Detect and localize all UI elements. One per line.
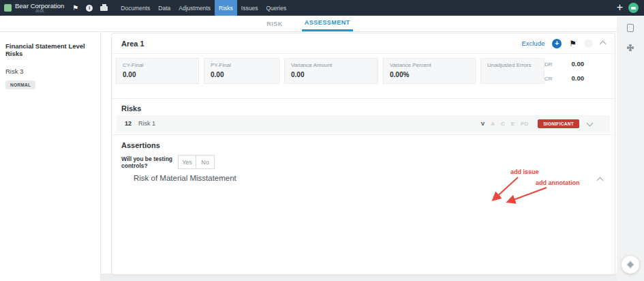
risk-item[interactable]: Risk 3 xyxy=(5,68,95,75)
add-icon[interactable]: + xyxy=(617,2,623,13)
risk-name: Risk 1 xyxy=(138,120,155,127)
tab-risk[interactable]: RISK xyxy=(264,16,286,31)
info-icon[interactable]: i xyxy=(86,5,93,12)
assertions-section: Assertions Will you be testing controls?… xyxy=(112,134,615,275)
risk-row[interactable]: 12 Risk 1 VACEPD SIGNIFICANT xyxy=(117,115,610,132)
assertions-heading: Assertions xyxy=(121,141,605,149)
assertion-letter-pd[interactable]: PD xyxy=(521,121,528,127)
stat-label: PY-Final xyxy=(211,62,273,68)
flag-icon[interactable]: ⚑ xyxy=(72,5,78,12)
user-avatar[interactable] xyxy=(628,3,639,13)
tab-assessment[interactable]: ASSESSMENT xyxy=(302,16,353,31)
area-header: Area 1 Exclude + ⚑ xyxy=(112,33,615,54)
brand-name: Bear Corporation xyxy=(15,3,64,10)
gem-icon xyxy=(626,261,634,268)
stat-value: 0.00 xyxy=(291,71,371,78)
dr-cr-block: DR 0.00 CR 0.00 xyxy=(545,60,584,82)
stat-variance-amount: Variance Amount0.00 xyxy=(284,58,378,84)
dr-value: 0.00 xyxy=(572,60,585,68)
no-button[interactable]: No xyxy=(196,155,215,169)
stat-label: Variance Percent xyxy=(390,62,469,68)
stat-label: Unadjusted Errors xyxy=(487,62,538,68)
status-badge: NORMAL xyxy=(5,80,35,89)
assertion-letter-v[interactable]: V xyxy=(481,121,485,127)
nav-item-queries[interactable]: Queries xyxy=(262,0,290,16)
stats-row: CY-Final0.00PY-Final0.00Variance Amount0… xyxy=(116,58,615,84)
stat-unadjusted-errors: Unadjusted Errors xyxy=(480,58,545,84)
assertion-letters: VACEPD xyxy=(481,121,528,127)
top-navbar: Bear Corporation 2016 ⚑ i DocumentsDataA… xyxy=(0,0,644,16)
printer-icon[interactable] xyxy=(100,6,108,11)
stat-label: CY-Final xyxy=(123,62,192,68)
stat-py-final: PY-Final0.00 xyxy=(204,58,279,84)
risk-number: 12 xyxy=(125,120,132,127)
cr-label: CR xyxy=(545,76,553,82)
document-icon[interactable] xyxy=(627,24,634,32)
area-title: Area 1 xyxy=(121,40,144,48)
nav-item-issues[interactable]: Issues xyxy=(237,0,262,16)
nav-item-documents[interactable]: Documents xyxy=(117,0,154,16)
stat-value: 0.00% xyxy=(390,71,469,78)
brand: Bear Corporation 2016 xyxy=(15,3,64,14)
question-label: Will you be testing controls? xyxy=(121,156,178,169)
floating-action-button[interactable] xyxy=(622,256,639,273)
chevron-up-icon[interactable] xyxy=(600,41,607,48)
stat-variance-percent: Variance Percent0.00% xyxy=(383,58,476,84)
assessment-card: Area 1 Exclude + ⚑ CY-Final0.00PY-Final0… xyxy=(111,33,615,275)
nav-item-adjustments[interactable]: Adjustments xyxy=(174,0,215,16)
company-logo xyxy=(4,4,12,12)
flag-icon[interactable]: ⚑ xyxy=(569,40,577,48)
exclude-link[interactable]: Exclude xyxy=(521,40,545,47)
cr-value: 0.00 xyxy=(572,74,585,82)
gear-icon[interactable] xyxy=(626,44,634,52)
stat-label: Variance Amount xyxy=(291,62,371,68)
risks-section: Risks 12 Risk 1 VACEPD SIGNIFICANT xyxy=(112,98,615,134)
left-panel-title: Financial Statement Level Risks xyxy=(5,42,95,57)
assertion-letter-e[interactable]: E xyxy=(511,121,515,127)
assertion-letter-a[interactable]: A xyxy=(491,121,495,127)
nav-item-risks[interactable]: Risks xyxy=(215,0,237,16)
yes-button[interactable]: Yes xyxy=(178,155,196,169)
stat-cy-final: CY-Final0.00 xyxy=(116,58,199,84)
assertion-letter-c[interactable]: C xyxy=(501,121,505,127)
stat-value: 0.00 xyxy=(123,71,192,78)
toggle-circle[interactable] xyxy=(584,39,593,48)
risks-heading: Risks xyxy=(121,104,605,113)
avatar-glyph xyxy=(631,7,636,10)
stat-value: 0.00 xyxy=(211,71,273,78)
chevron-down-icon[interactable] xyxy=(587,119,594,126)
dr-label: DR xyxy=(545,61,553,68)
rmm-heading: Risk of Material Misstatement xyxy=(134,174,236,182)
testing-controls-question: Will you be testing controls? Yes No xyxy=(121,155,215,169)
nav-item-data[interactable]: Data xyxy=(154,0,174,16)
left-panel: Financial Statement Level Risks Risk 3 N… xyxy=(0,32,101,281)
tab-bar: RISK ASSESSMENT xyxy=(0,16,617,32)
brand-year: 2016 xyxy=(15,10,64,14)
annotation-arrows xyxy=(480,167,630,209)
main-nav: DocumentsDataAdjustmentsRisksIssuesQueri… xyxy=(117,0,290,16)
right-sidebar xyxy=(617,16,644,281)
significant-badge: SIGNIFICANT xyxy=(538,119,579,128)
add-button[interactable]: + xyxy=(552,39,562,48)
